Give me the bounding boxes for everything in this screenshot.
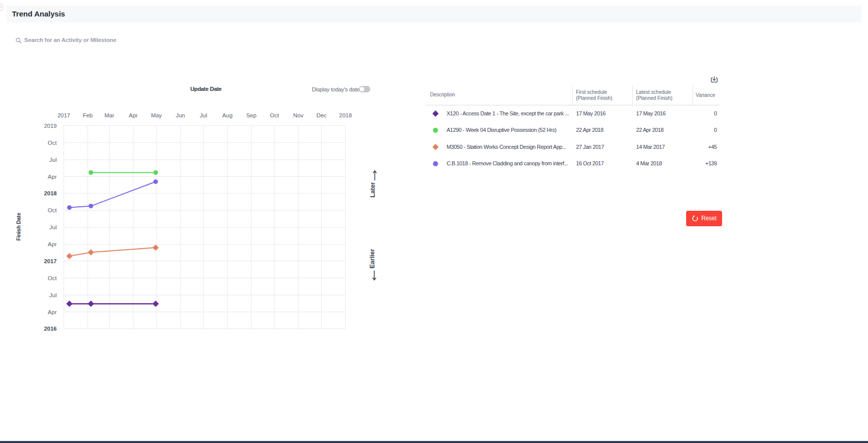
svg-text:2019: 2019 [44, 123, 57, 129]
svg-text:Jul: Jul [49, 224, 57, 230]
svg-text:Sep: Sep [246, 112, 256, 118]
svg-text:Oct: Oct [270, 112, 279, 118]
svg-text:Dec: Dec [316, 112, 327, 118]
svg-text:May: May [151, 112, 162, 118]
svg-text:Mar: Mar [104, 112, 114, 118]
svg-text:Aug: Aug [222, 112, 232, 118]
svg-text:Feb: Feb [83, 112, 93, 118]
svg-text:2017: 2017 [57, 112, 70, 118]
svg-text:Jul: Jul [49, 292, 57, 298]
svg-text:Finish Date: Finish Date [15, 213, 21, 241]
svg-text:Earlier: Earlier [368, 249, 376, 268]
svg-text:Apr: Apr [48, 309, 57, 315]
svg-text:Apr: Apr [129, 112, 138, 118]
svg-text:Apr: Apr [48, 174, 57, 180]
svg-text:Later: Later [369, 182, 376, 197]
svg-text:Oct: Oct [48, 140, 57, 146]
svg-text:2017: 2017 [44, 258, 57, 264]
svg-text:Jul: Jul [49, 157, 57, 163]
svg-text:2018: 2018 [44, 190, 57, 196]
svg-text:2018: 2018 [339, 112, 352, 118]
svg-text:2016: 2016 [44, 326, 57, 332]
svg-text:Oct: Oct [48, 207, 57, 213]
svg-text:Jul: Jul [200, 112, 207, 118]
svg-text:Nov: Nov [293, 112, 304, 118]
svg-text:Jun: Jun [176, 112, 185, 118]
svg-text:Oct: Oct [48, 275, 57, 281]
svg-text:Apr: Apr [48, 241, 57, 247]
